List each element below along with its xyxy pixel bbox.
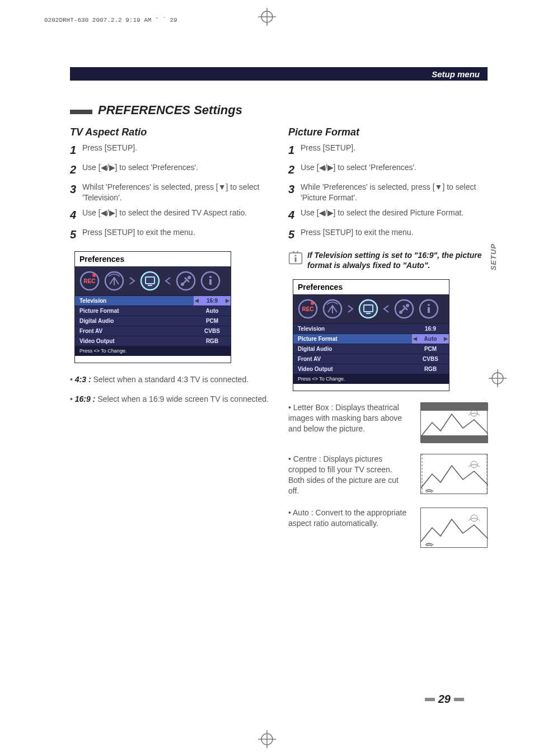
chevron-r-icon [346, 298, 355, 320]
osd-preferences-right: Preferences REC Television16:9Picture Fo… [293, 279, 449, 391]
svg-rect-24 [294, 257, 296, 262]
svg-rect-39 [421, 403, 488, 411]
osd-row: Video OutputRGB [293, 364, 449, 374]
svg-text:REC: REC [302, 306, 313, 312]
col-picture-format: Picture Format 1Press [SETUP].2Use [◀/▶]… [288, 123, 488, 559]
step-item: 5Press [SETUP] to exit the menu. [70, 227, 269, 242]
page-side-tab: SETUP [489, 243, 498, 270]
format-option-row: • Auto : Convert to the appropriate aspe… [288, 508, 488, 548]
registration-mark-top [258, 8, 276, 26]
step-item: 2Use [◀/▶] to select 'Preferences'. [288, 162, 488, 177]
note-text: If Television setting is set to "16:9", … [307, 250, 488, 270]
registration-mark-bottom [258, 730, 276, 748]
step-item: 3Whilst 'Preferences' is selected, press… [70, 182, 269, 203]
svg-point-27 [311, 302, 314, 305]
svg-point-11 [92, 274, 96, 277]
heading-accent [70, 110, 92, 114]
option-definition: • 16:9 : Select when a 16:9 wide screen … [70, 394, 269, 405]
svg-point-34 [406, 304, 409, 307]
rec-icon: REC [78, 270, 101, 292]
osd-title: Preferences [293, 280, 449, 294]
page-number: 29 [421, 693, 467, 706]
svg-point-20 [209, 276, 212, 278]
registration-mark-right [489, 369, 507, 387]
osd-row: Digital AudioPCM [75, 316, 231, 326]
col-tv-aspect: TV Aspect Ratio 1Press [SETUP].2Use [◀/▶… [70, 123, 269, 559]
osd-row: Picture FormatAuto [75, 306, 231, 316]
osd-row: Digital AudioPCM [293, 344, 449, 354]
osd-row: Television16:9◀▶ [75, 295, 231, 306]
svg-point-18 [188, 276, 191, 279]
osd-icon-row: REC [293, 294, 449, 323]
section-title: PREFERENCES Settings [98, 103, 242, 118]
osd-row: Television16:9 [293, 323, 449, 334]
step-item: 5Press [SETUP] to exit the menu. [288, 227, 488, 242]
svg-point-33 [399, 311, 402, 314]
step-item: 4Use [◀/▶] to select the desired Picture… [288, 208, 488, 223]
tv-prefs-icon [139, 270, 161, 292]
svg-point-36 [428, 304, 430, 306]
format-option-row: • Centre : Displays pictures cropped to … [288, 454, 488, 496]
info-icon [199, 270, 222, 292]
antenna-icon [103, 270, 125, 292]
subheading-tv-aspect: TV Aspect Ratio [70, 126, 269, 138]
osd-title: Preferences [75, 252, 231, 266]
breadcrumb: Setup menu [70, 67, 488, 81]
step-item: 1Press [SETUP]. [288, 143, 488, 158]
svg-rect-37 [428, 307, 430, 313]
svg-point-29 [359, 300, 377, 318]
svg-rect-21 [209, 279, 212, 285]
svg-rect-40 [421, 435, 488, 443]
svg-point-17 [181, 283, 184, 286]
svg-point-13 [141, 272, 159, 290]
tools-icon [175, 270, 197, 292]
rec-icon: REC [297, 298, 319, 320]
osd-icon-row: REC [75, 266, 231, 295]
step-item: 3While 'Preferences' is selected, press … [288, 182, 488, 203]
chevron-r-icon [128, 270, 137, 292]
step-item: 2Use [◀/▶] to select 'Preferences'. [70, 162, 269, 177]
subheading-picture-format: Picture Format [288, 126, 488, 138]
osd-row: Front AVCVBS [75, 326, 231, 336]
svg-text:REC: REC [83, 278, 95, 284]
format-illustration [421, 508, 488, 548]
format-illustration [421, 403, 488, 443]
format-option-row: • Letter Box : Displays theatrical image… [288, 402, 488, 443]
osd-help: Press <> To Change. [293, 374, 449, 384]
chevron-l-icon [382, 298, 391, 320]
info-icon [288, 250, 303, 265]
antenna-icon [321, 298, 344, 320]
osd-row: Picture FormatAuto◀▶ [293, 334, 449, 344]
svg-point-23 [294, 255, 296, 256]
step-item: 4Use [◀/▶] to select the desired TV Aspe… [70, 208, 269, 223]
osd-row: Front AVCVBS [293, 354, 449, 364]
step-item: 1Press [SETUP]. [70, 143, 269, 158]
info-icon [418, 298, 440, 320]
osd-preferences-left: Preferences REC Television16:9◀▶Picture … [74, 251, 231, 363]
format-illustration [421, 454, 488, 495]
osd-help: Press <> To Change. [75, 346, 231, 356]
osd-row: Video OutputRGB [75, 336, 231, 346]
tv-prefs-icon [357, 298, 380, 320]
option-definition: • 4:3 : Select when a standard 4:3 TV is… [70, 374, 269, 385]
chevron-l-icon [163, 270, 172, 292]
tools-icon [393, 298, 415, 320]
